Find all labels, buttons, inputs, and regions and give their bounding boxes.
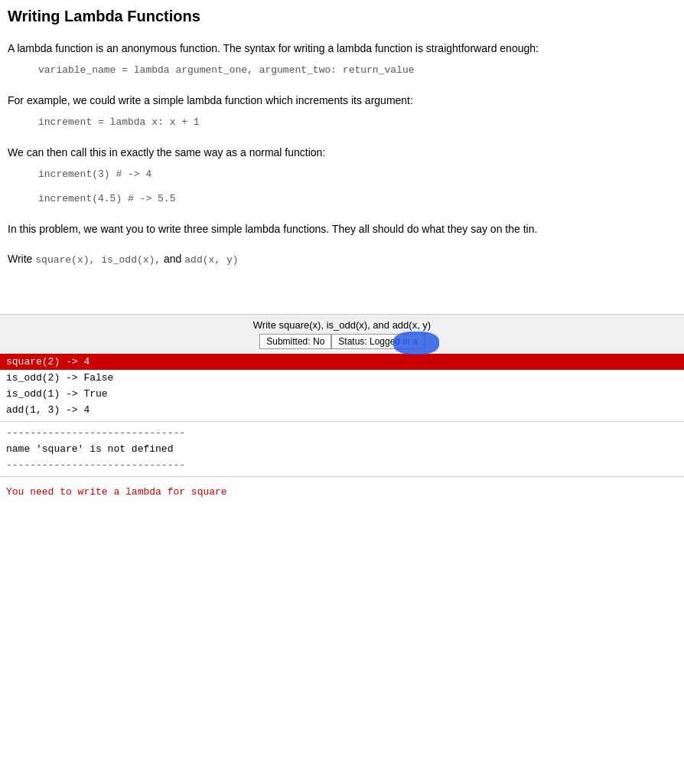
write-instruction: Write square(x), is_odd(x), and add(x, y… bbox=[8, 251, 676, 268]
divider-line-2: ------------------------------ bbox=[0, 457, 684, 473]
bottom-task-label: Write square(x), is_odd(x), and add(x, y… bbox=[8, 319, 676, 331]
blue-blob-decoration bbox=[393, 332, 439, 354]
section-intro3: We can then call this in exactly the sam… bbox=[8, 145, 676, 208]
write-code1: square(x), is_odd(x), bbox=[35, 254, 161, 266]
submitted-badge: Submitted: No bbox=[259, 334, 331, 349]
test-row-fail: square(2) -> 4 bbox=[0, 354, 684, 370]
test-results: square(2) -> 4 is_odd(2) -> False is_odd… bbox=[0, 354, 684, 501]
section-intro1: A lambda function is an anonymous functi… bbox=[8, 41, 676, 79]
page-title: Writing Lambda Functions bbox=[8, 8, 676, 25]
intro-text-4: In this problem, we want you to write th… bbox=[8, 221, 676, 237]
section-write: Write square(x), is_odd(x), and add(x, y… bbox=[8, 251, 676, 268]
test-row-pass-3: add(1, 3) -> 4 bbox=[0, 402, 684, 418]
write-code2: add(x, y) bbox=[184, 254, 238, 266]
intro-text-2: For example, we could write a simple lam… bbox=[8, 93, 676, 109]
divider-hr-2 bbox=[0, 476, 684, 477]
write-label: Write bbox=[8, 253, 35, 265]
test-row-pass-2: is_odd(1) -> True bbox=[0, 386, 684, 402]
feedback-message: You need to write a lambda for square bbox=[0, 480, 684, 501]
bottom-panel: Write square(x), is_odd(x), and add(x, y… bbox=[0, 314, 684, 354]
code-block-1: variable_name = lambda argument_one, arg… bbox=[38, 63, 676, 79]
divider-line-1: ------------------------------ bbox=[0, 425, 684, 441]
test-row-pass-1: is_odd(2) -> False bbox=[0, 370, 684, 386]
code-block-3b: increment(4.5) # -> 5.5 bbox=[38, 191, 676, 207]
intro-text-3: We can then call this in exactly the sam… bbox=[8, 145, 676, 161]
intro-text-1: A lambda function is an anonymous functi… bbox=[8, 41, 676, 57]
status-logged-in-badge: Status: Logged in a bbox=[331, 334, 424, 349]
status-bar: Submitted: No Status: Logged in a bbox=[8, 334, 676, 349]
section-intro2: For example, we could write a simple lam… bbox=[8, 93, 676, 131]
code-block-2: increment = lambda x: x + 1 bbox=[38, 115, 676, 131]
error-message: name 'square' is not defined bbox=[0, 441, 684, 457]
section-intro4: In this problem, we want you to write th… bbox=[8, 221, 676, 237]
divider-hr-1 bbox=[0, 421, 684, 422]
code-block-3a: increment(3) # -> 4 bbox=[38, 167, 676, 183]
write-and: and bbox=[161, 253, 184, 265]
page-container: Writing Lambda Functions A lambda functi… bbox=[0, 0, 684, 268]
